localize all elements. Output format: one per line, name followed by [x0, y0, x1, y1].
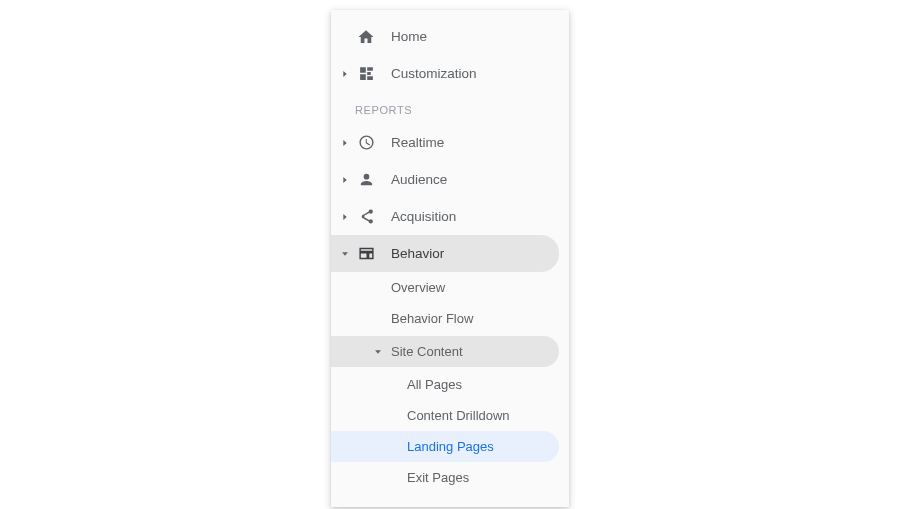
behavior-icon	[357, 245, 375, 263]
nav-home-label: Home	[391, 29, 555, 44]
sub2-exit-pages-label: Exit Pages	[407, 470, 469, 485]
nav-audience[interactable]: Audience	[331, 161, 569, 198]
sidebar: Home Customization REPORTS Realtime Audi…	[331, 10, 569, 507]
sub2-landing-pages[interactable]: Landing Pages	[331, 431, 559, 462]
chevron-right-icon	[339, 69, 351, 79]
sub-behavior-flow-label: Behavior Flow	[391, 311, 473, 326]
sub2-content-drilldown[interactable]: Content Drilldown	[331, 400, 559, 431]
chevron-down-icon	[339, 249, 351, 259]
sub2-content-drilldown-label: Content Drilldown	[407, 408, 510, 423]
sub-overview-label: Overview	[391, 280, 445, 295]
nav-behavior-label: Behavior	[391, 246, 545, 261]
sub2-all-pages-label: All Pages	[407, 377, 462, 392]
chevron-right-icon	[339, 175, 351, 185]
chevron-down-icon	[367, 347, 383, 357]
clock-icon	[357, 134, 375, 152]
sub2-landing-pages-label: Landing Pages	[407, 439, 494, 454]
nav-behavior[interactable]: Behavior	[331, 235, 559, 272]
sub2-all-pages[interactable]: All Pages	[331, 369, 559, 400]
section-reports-label: REPORTS	[331, 92, 569, 124]
sub-behavior-flow[interactable]: Behavior Flow	[331, 303, 559, 334]
dashboard-icon	[357, 65, 375, 83]
sub-overview[interactable]: Overview	[331, 272, 559, 303]
home-icon	[357, 28, 375, 46]
nav-home[interactable]: Home	[331, 18, 569, 55]
nav-acquisition[interactable]: Acquisition	[331, 198, 569, 235]
sub-site-content-label: Site Content	[391, 344, 463, 359]
nav-customization[interactable]: Customization	[331, 55, 569, 92]
nav-realtime[interactable]: Realtime	[331, 124, 569, 161]
person-icon	[357, 171, 375, 189]
nav-audience-label: Audience	[391, 172, 555, 187]
nav-realtime-label: Realtime	[391, 135, 555, 150]
nav-customization-label: Customization	[391, 66, 555, 81]
chevron-right-icon	[339, 138, 351, 148]
sub-site-content[interactable]: Site Content	[331, 336, 559, 367]
share-icon	[357, 208, 375, 226]
chevron-right-icon	[339, 212, 351, 222]
nav-acquisition-label: Acquisition	[391, 209, 555, 224]
sub2-exit-pages[interactable]: Exit Pages	[331, 462, 559, 493]
